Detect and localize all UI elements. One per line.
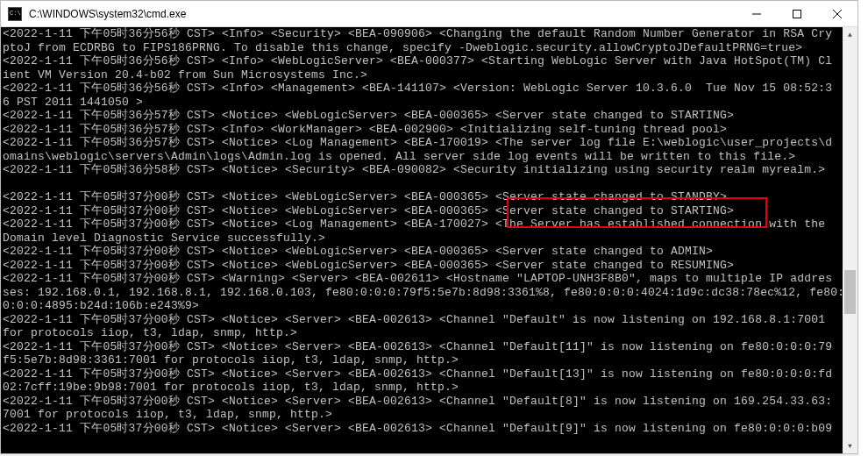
vertical-scrollbar[interactable]: ▲ ▼ [843,27,857,453]
scrollbar-thumb[interactable] [844,270,856,314]
terminal-output[interactable]: <2022-1-11 下午05时36分56秒 CST> <Info> <Secu… [1,27,843,453]
window-controls [736,1,857,26]
scroll-down-button[interactable]: ▼ [843,438,857,453]
titlebar[interactable]: C:\WINDOWS\system32\cmd.exe [1,1,857,27]
close-button[interactable] [817,1,857,26]
window-title: C:\WINDOWS\system32\cmd.exe [29,8,736,20]
chevron-down-icon: ▼ [848,442,852,450]
scroll-up-button[interactable]: ▲ [843,27,857,42]
adjacent-window-edge [858,0,868,456]
scrollbar-track[interactable] [843,42,857,438]
cmd-window: C:\WINDOWS\system32\cmd.exe <2022-1-11 下… [0,0,858,454]
cmd-icon [8,7,22,21]
maximize-button[interactable] [777,1,817,26]
chevron-up-icon: ▲ [848,31,852,39]
minimize-button[interactable] [736,1,777,26]
svg-rect-1 [793,10,801,18]
